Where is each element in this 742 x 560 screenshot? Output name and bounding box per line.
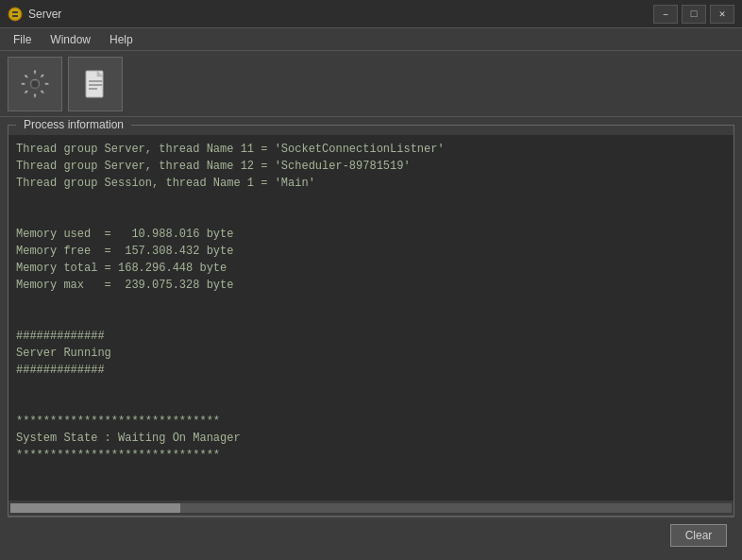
title-bar-left: Server (8, 7, 61, 22)
bottom-bar: Clear (8, 517, 734, 552)
svg-rect-4 (34, 70, 37, 75)
svg-rect-9 (40, 73, 45, 78)
svg-rect-11 (40, 89, 45, 94)
svg-point-0 (8, 8, 22, 21)
svg-rect-1 (12, 11, 18, 13)
svg-rect-10 (24, 89, 29, 94)
svg-rect-7 (44, 82, 49, 85)
svg-rect-5 (34, 93, 37, 98)
clear-button[interactable]: Clear (670, 524, 727, 547)
title-controls: – □ ✕ (653, 5, 734, 24)
panel-legend: Process information (16, 118, 131, 131)
toolbar (0, 51, 742, 117)
menu-bar: File Window Help (0, 28, 742, 51)
menu-help[interactable]: Help (100, 31, 143, 48)
svg-rect-8 (24, 74, 29, 79)
document-button[interactable] (68, 57, 123, 111)
hscroll-thumb[interactable] (10, 503, 180, 513)
menu-window[interactable]: Window (41, 31, 100, 48)
svg-rect-2 (12, 15, 18, 17)
process-panel-inner: Thread group Server, thread Name 11 = 'S… (8, 135, 734, 516)
svg-point-12 (31, 80, 39, 88)
gear-icon (18, 67, 52, 101)
title-text: Server (28, 8, 61, 21)
svg-rect-6 (21, 82, 25, 85)
output-area[interactable]: Thread group Server, thread Name 11 = 'S… (8, 135, 734, 501)
title-bar: Server – □ ✕ (0, 0, 742, 28)
menu-file[interactable]: File (4, 31, 41, 48)
maximize-button[interactable]: □ (682, 5, 706, 24)
document-icon (78, 67, 112, 101)
minimize-button[interactable]: – (653, 5, 678, 24)
hscroll-track (10, 503, 732, 513)
main-content: Process information Thread group Server,… (0, 117, 742, 560)
settings-button[interactable] (8, 57, 62, 111)
process-panel: Process information Thread group Server,… (8, 125, 734, 517)
horizontal-scrollbar[interactable] (8, 501, 734, 516)
close-button[interactable]: ✕ (710, 5, 734, 24)
server-icon (8, 7, 23, 22)
